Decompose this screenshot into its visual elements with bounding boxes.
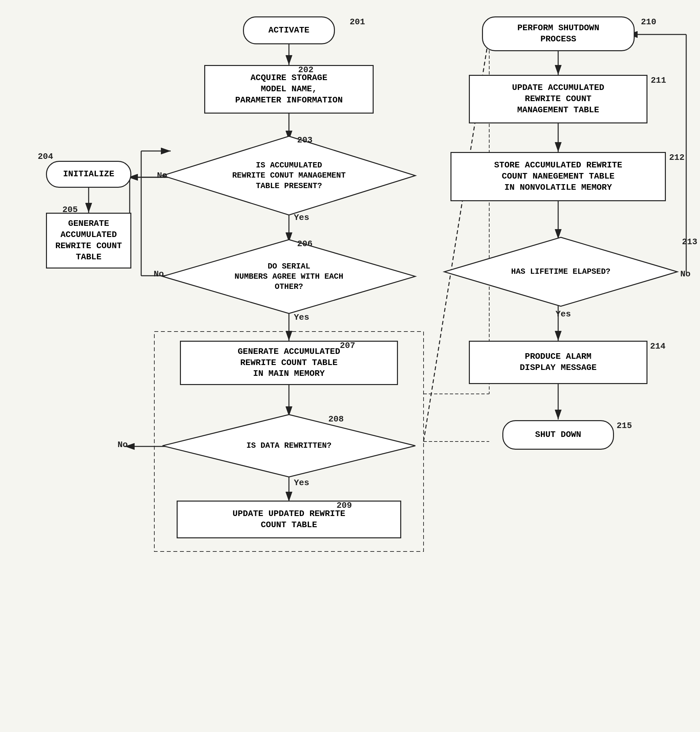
label-no-213: No <box>680 269 690 279</box>
label-yes-208: Yes <box>294 478 309 488</box>
label-yes-203: Yes <box>294 213 309 223</box>
label-yes-213: Yes <box>556 309 571 319</box>
label-212: 212 <box>669 153 685 163</box>
node-update-rewrite-label: UPDATE UPDATED REWRITECOUNT TABLE <box>232 509 345 531</box>
node-produce-alarm-label: PRODUCE ALARMDISPLAY MESSAGE <box>520 351 597 373</box>
label-208: 208 <box>328 414 344 424</box>
node-has-lifetime: HAS LIFETIME ELAPSED? <box>443 236 679 308</box>
node-update-rewrite: UPDATE UPDATED REWRITECOUNT TABLE <box>176 501 401 538</box>
node-generate-acc: GENERATEACCUMULATEDREWRITE COUNTTABLE <box>46 213 131 269</box>
node-update-acc-mgmt: UPDATE ACCUMULATEDREWRITE COUNTMANAGEMEN… <box>469 75 647 123</box>
label-no-206: No <box>154 269 164 279</box>
node-do-serial-label: DO SERIALNUMBERS AGREE WITH EACHOTHER? <box>228 261 350 292</box>
label-yes-206: Yes <box>294 313 309 322</box>
node-store-acc-label: STORE ACCUMULATED REWRITECOUNT NANEGEMEN… <box>494 160 622 193</box>
node-shut-down: SHUT DOWN <box>502 420 614 450</box>
node-initialize: INITIALIZE <box>46 161 131 188</box>
node-store-acc: STORE ACCUMULATED REWRITECOUNT NANEGEMEN… <box>450 152 666 201</box>
node-generate-main: GENERATE ACCUMULATEDREWRITE COUNT TABLEI… <box>180 341 398 385</box>
label-202: 202 <box>298 65 313 75</box>
node-is-data-rewritten-label: IS DATA REWRITTEN? <box>240 441 338 451</box>
node-acquire: ACQUIRE STORAGEMODEL NAME,PARAMETER INFO… <box>204 65 374 113</box>
node-generate-main-label: GENERATE ACCUMULATEDREWRITE COUNT TABLEI… <box>238 346 340 379</box>
label-201: 201 <box>350 17 365 27</box>
label-215: 215 <box>616 421 632 431</box>
node-is-accumulated: IS ACCUMULATEDREWRITE CONUT MANAGEMENTTA… <box>161 135 417 217</box>
node-update-acc-mgmt-label: UPDATE ACCUMULATEDREWRITE COUNTMANAGEMEN… <box>512 82 604 116</box>
label-209: 209 <box>337 501 352 510</box>
flowchart-diagram: ACTIVATE 201 ACQUIRE STORAGEMODEL NAME,P… <box>0 0 700 732</box>
label-210: 210 <box>641 17 656 27</box>
node-is-accumulated-label: IS ACCUMULATEDREWRITE CONUT MANAGEMENTTA… <box>226 160 352 191</box>
label-211: 211 <box>651 75 666 85</box>
label-205: 205 <box>62 205 78 215</box>
node-generate-acc-label: GENERATEACCUMULATEDREWRITE COUNTTABLE <box>56 218 122 263</box>
node-perform-shutdown-label: PERFORM SHUTDOWNPROCESS <box>518 23 600 45</box>
node-is-data-rewritten: IS DATA REWRITTEN? <box>161 413 417 479</box>
node-activate: ACTIVATE <box>243 16 335 44</box>
label-213: 213 <box>682 237 697 247</box>
node-produce-alarm: PRODUCE ALARMDISPLAY MESSAGE <box>469 341 647 384</box>
node-acquire-label: ACQUIRE STORAGEMODEL NAME,PARAMETER INFO… <box>235 72 343 106</box>
label-no-203: No <box>157 171 167 181</box>
node-perform-shutdown: PERFORM SHUTDOWNPROCESS <box>482 16 635 51</box>
label-207: 207 <box>340 341 355 351</box>
label-no-208: No <box>118 440 128 450</box>
node-initialize-label: INITIALIZE <box>63 169 114 180</box>
label-204: 204 <box>38 151 53 162</box>
node-do-serial: DO SERIALNUMBERS AGREE WITH EACHOTHER? <box>161 238 417 315</box>
label-203: 203 <box>297 135 313 145</box>
node-activate-label: ACTIVATE <box>269 25 310 36</box>
label-214: 214 <box>650 341 666 351</box>
label-206: 206 <box>297 239 313 249</box>
node-shut-down-label: SHUT DOWN <box>535 429 581 441</box>
node-has-lifetime-label: HAS LIFETIME ELAPSED? <box>504 266 617 277</box>
